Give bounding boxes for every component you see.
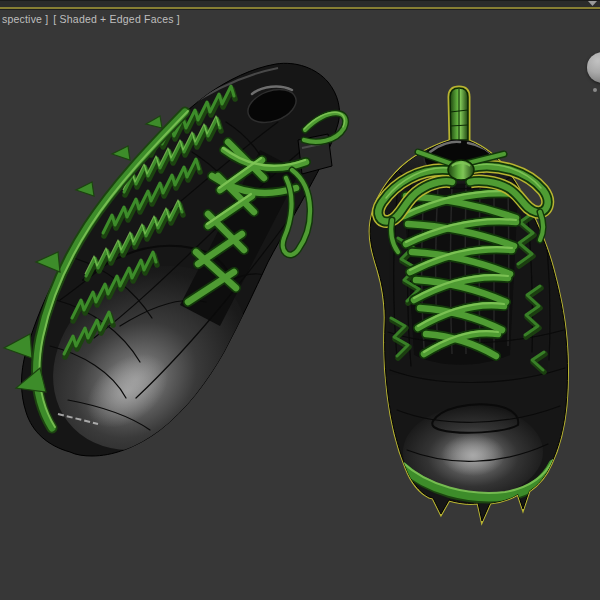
3d-viewport[interactable]: spective ] [ Shaded + Edged Faces ] [0,0,600,600]
viewport-canvas[interactable] [0,0,600,600]
left-shoe-object[interactable] [4,63,346,488]
right-shoe-object[interactable] [370,88,567,521]
navigation-dot-icon [593,88,597,92]
right-shoe-heel-tab [450,88,468,140]
